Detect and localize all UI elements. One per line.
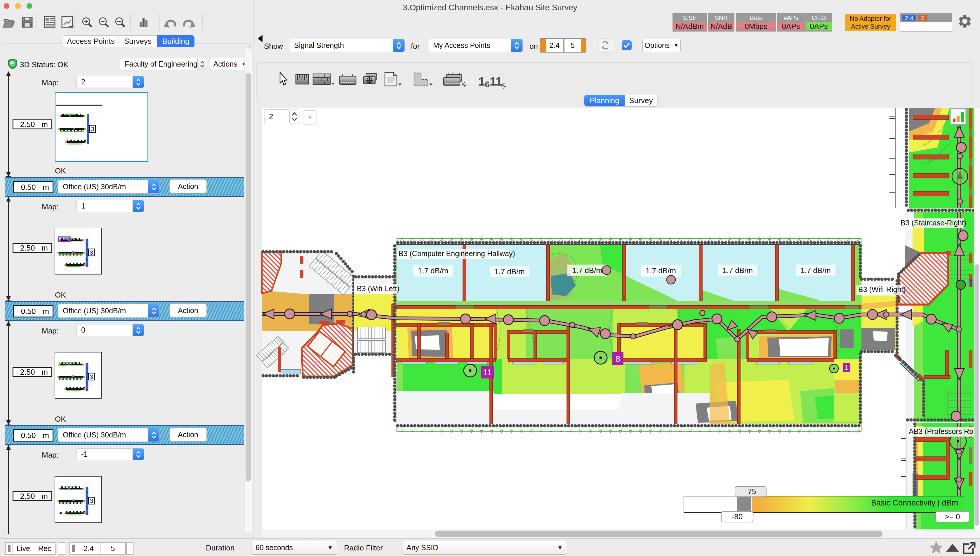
svg-text:1.7 dB/m: 1.7 dB/m xyxy=(572,266,602,275)
svg-text:AB3 (Professors Ro: AB3 (Professors Ro xyxy=(909,427,973,435)
svg-text:1: 1 xyxy=(844,364,848,372)
svg-text:3: 3 xyxy=(91,126,94,132)
svg-text:3: 3 xyxy=(90,373,93,380)
svg-text:B3 (Staircase-Right): B3 (Staircase-Right) xyxy=(901,219,966,227)
svg-text:1611: 1611 xyxy=(478,75,502,89)
svg-text:B3 (Wifi-Right): B3 (Wifi-Right) xyxy=(858,285,906,294)
svg-text:1.7 dB/m: 1.7 dB/m xyxy=(494,267,525,276)
svg-text:1.7 dB/m: 1.7 dB/m xyxy=(801,266,831,275)
svg-text:B3 (Wifi-Left): B3 (Wifi-Left) xyxy=(357,284,399,293)
svg-text:1.7 dB/m: 1.7 dB/m xyxy=(722,266,753,275)
svg-text:1.7 dB/m: 1.7 dB/m xyxy=(418,266,448,275)
svg-text:3: 3 xyxy=(90,249,93,256)
svg-text:3: 3 xyxy=(90,498,93,504)
svg-text:B3 (Computer Engineering Hallw: B3 (Computer Engineering Hallway) xyxy=(399,249,515,257)
svg-text:8: 8 xyxy=(615,354,620,364)
svg-text:1.7 dB/m: 1.7 dB/m xyxy=(646,266,676,275)
svg-text:11: 11 xyxy=(483,367,492,377)
